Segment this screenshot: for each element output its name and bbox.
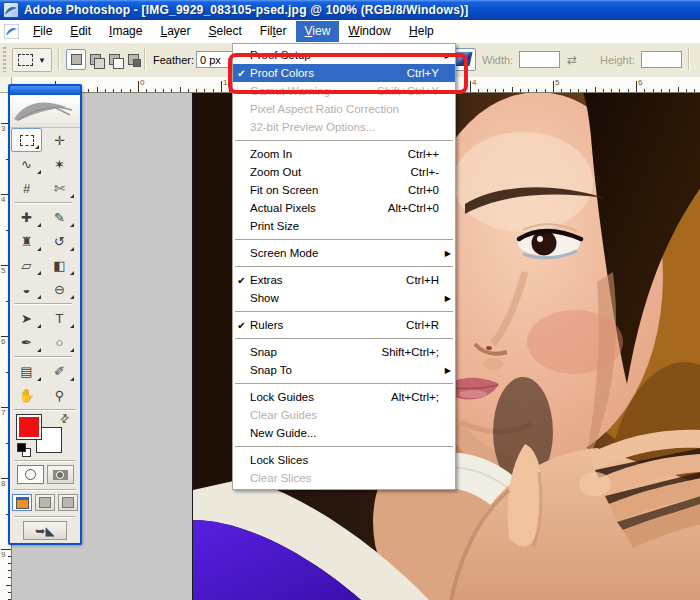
menu-item-lock-slices[interactable]: Lock Slices — [233, 451, 455, 469]
path-selection-icon: ➤ — [21, 311, 32, 326]
menu-edit[interactable]: Edit — [61, 21, 100, 42]
tool-preset-picker[interactable]: ▼ — [12, 48, 52, 72]
zoom-tool[interactable]: ⚲ — [43, 383, 76, 407]
menu-item-label: Proof Colors — [250, 67, 314, 79]
feather-input[interactable] — [196, 51, 235, 68]
standard-mode-button[interactable] — [17, 465, 44, 484]
menu-layer[interactable]: Layer — [151, 21, 199, 42]
healing-brush-tool[interactable]: ✚ — [10, 205, 43, 229]
menu-separator — [235, 239, 453, 240]
menu-item-shortcut: Ctrl+0 — [408, 184, 455, 196]
foreground-color-swatch[interactable] — [16, 414, 42, 440]
divider — [14, 516, 76, 517]
path-selection-tool[interactable]: ➤ — [10, 306, 43, 330]
menu-item-lock-guides[interactable]: Lock GuidesAlt+Ctrl+; — [233, 388, 455, 406]
tool-palette: ✛∿✶#✄✚✎♜↺▱◧◒⊖➤T✒○▤✐✋⚲ ⇄ ➥◣ — [8, 84, 82, 545]
menu-item-show[interactable]: Show▶ — [233, 289, 455, 307]
menu-item-label: Lock Guides — [250, 391, 314, 403]
photoshop-feather-logo — [10, 95, 80, 128]
menu-item-extras[interactable]: ✔ExtrasCtrl+H — [233, 271, 455, 289]
options-bar-grip[interactable] — [3, 47, 6, 72]
menu-item-label: Fit on Screen — [250, 184, 318, 196]
divider — [14, 460, 76, 461]
divider — [14, 356, 72, 357]
menu-item-snap[interactable]: SnapShift+Ctrl+; — [233, 343, 455, 361]
fullscreen-menubar-mode-button[interactable] — [35, 494, 55, 511]
type-tool[interactable]: T — [43, 306, 76, 330]
notes-tool[interactable]: ▤ — [10, 359, 43, 383]
edit-in-imageready-button[interactable]: ➥◣ — [23, 521, 67, 540]
shape-icon: ○ — [56, 335, 64, 350]
crop-icon: # — [23, 181, 30, 196]
menu-item-clear-slices: Clear Slices — [233, 469, 455, 487]
menu-window[interactable]: Window — [339, 21, 400, 42]
divider — [14, 202, 72, 203]
menu-item-new-guide[interactable]: New Guide... — [233, 424, 455, 442]
menu-item-shortcut: Ctrl+- — [411, 166, 455, 178]
imageready-icon: ➥◣ — [35, 524, 54, 538]
menu-item-screen-mode[interactable]: Screen Mode▶ — [233, 244, 455, 262]
menu-filter[interactable]: Filter — [251, 21, 296, 42]
brush-tool[interactable]: ✎ — [43, 205, 76, 229]
menu-item-zoom-out[interactable]: Zoom OutCtrl+- — [233, 163, 455, 181]
fullscreen-mode-button[interactable] — [58, 494, 78, 511]
clone-stamp-tool[interactable]: ♜ — [10, 229, 43, 253]
lasso-icon: ∿ — [21, 157, 32, 172]
rectangular-marquee-icon — [20, 135, 34, 146]
magic-wand-tool[interactable]: ✶ — [43, 152, 76, 176]
eyedropper-tool[interactable]: ✐ — [43, 359, 76, 383]
divider — [14, 303, 72, 304]
paint-bucket-icon: ◧ — [53, 258, 65, 273]
menu-item-snap-to[interactable]: Snap To▶ — [233, 361, 455, 379]
subtract-from-selection-button[interactable] — [104, 49, 124, 70]
lasso-tool[interactable]: ∿ — [10, 152, 43, 176]
new-selection-button[interactable] — [66, 49, 86, 70]
width-input[interactable] — [519, 51, 560, 68]
paint-bucket-tool[interactable]: ◧ — [43, 253, 76, 277]
menu-item-label: Screen Mode — [250, 247, 318, 259]
menu-item-print-size[interactable]: Print Size — [233, 217, 455, 235]
document-feather-icon — [4, 24, 19, 39]
swap-dimensions-icon[interactable]: ⇄ — [567, 53, 577, 67]
shape-tool[interactable]: ○ — [43, 330, 76, 354]
add-to-selection-button[interactable] — [85, 49, 105, 70]
clone-stamp-icon: ♜ — [21, 234, 33, 249]
menu-item-pixel-aspect-ratio-correction: Pixel Aspect Ratio Correction — [233, 100, 455, 118]
notes-icon: ▤ — [20, 364, 32, 379]
quick-mask-mode-button[interactable] — [47, 465, 74, 484]
standard-screen-mode-button[interactable] — [12, 494, 32, 511]
intersect-selection-button[interactable] — [123, 49, 143, 70]
menu-item-proof-setup[interactable]: Proof Setup▶ — [233, 46, 455, 64]
history-brush-tool[interactable]: ↺ — [43, 229, 76, 253]
eraser-tool[interactable]: ▱ — [10, 253, 43, 277]
menu-item-fit-on-screen[interactable]: Fit on ScreenCtrl+0 — [233, 181, 455, 199]
menu-item-proof-colors[interactable]: ✔Proof ColorsCtrl+Y — [233, 64, 455, 82]
menu-help[interactable]: Help — [400, 21, 443, 42]
pen-tool[interactable]: ✒ — [10, 330, 43, 354]
move-tool[interactable]: ✛ — [43, 128, 76, 152]
swap-colors-icon[interactable]: ⇄ — [57, 411, 73, 427]
dodge-tool[interactable]: ⊖ — [43, 277, 76, 301]
menu-separator — [235, 383, 453, 384]
height-input[interactable] — [641, 51, 682, 68]
hand-tool[interactable]: ✋ — [10, 383, 43, 407]
menu-item-shortcut: Ctrl+R — [406, 319, 455, 331]
menu-view[interactable]: View — [296, 21, 340, 42]
height-label: Height: — [600, 54, 635, 66]
standard-mode-icon — [25, 469, 36, 480]
menu-file[interactable]: File — [24, 21, 61, 42]
crop-tool[interactable]: # — [10, 176, 43, 200]
menu-item-zoom-in[interactable]: Zoom InCtrl++ — [233, 145, 455, 163]
rectangular-marquee-tool[interactable] — [11, 128, 42, 152]
add-to-selection-icon — [90, 54, 101, 65]
menu-image[interactable]: Image — [100, 21, 151, 42]
slice-tool[interactable]: ✄ — [43, 176, 76, 200]
blur-tool[interactable]: ◒ — [10, 277, 43, 301]
menu-item-actual-pixels[interactable]: Actual PixelsAlt+Ctrl+0 — [233, 199, 455, 217]
menu-item-shortcut: Shift+Ctrl+Y — [377, 85, 455, 97]
menu-select[interactable]: Select — [199, 21, 250, 42]
menu-item-rulers[interactable]: ✔RulersCtrl+R — [233, 316, 455, 334]
checkmark-icon: ✔ — [233, 275, 250, 286]
palette-title-bar[interactable] — [10, 86, 80, 95]
default-colors-icon[interactable] — [17, 443, 26, 452]
